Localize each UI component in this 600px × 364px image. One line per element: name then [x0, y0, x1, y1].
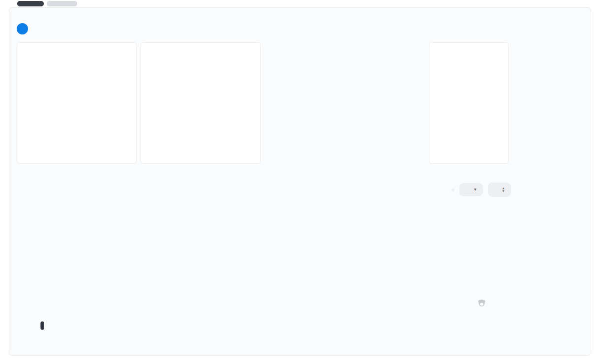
chart-plot[interactable]	[44, 205, 485, 301]
trending-card	[429, 42, 509, 164]
stats-cards-row	[17, 42, 511, 164]
interval-select[interactable]: ▲▼	[488, 182, 511, 197]
rekt-column-2	[345, 42, 425, 164]
price-axis	[485, 205, 509, 301]
weighting-toggle	[451, 188, 454, 191]
browser-remnant-gray-pill	[47, 1, 77, 6]
symbol-select[interactable]: ▼	[459, 183, 483, 196]
x-axis	[44, 301, 485, 309]
stepper-icons: ▲▼	[502, 187, 505, 192]
chart-header: ▼ ▲▼	[17, 182, 511, 197]
filecoin-icon	[17, 23, 28, 34]
chevron-down-icon: ▼	[473, 187, 477, 192]
page-panel: ▼ ▲▼	[9, 7, 591, 356]
range-navigator[interactable]	[42, 316, 485, 335]
funding-rate-axis	[17, 205, 44, 301]
navigator-right-handle[interactable]	[41, 322, 44, 330]
main-chart-area	[17, 205, 511, 301]
rekt-column-1	[265, 42, 341, 164]
longshort-ratio-card	[141, 42, 261, 164]
browser-remnant-dark-pill	[17, 1, 44, 6]
volume-stats-card	[17, 42, 137, 164]
app-header	[17, 21, 511, 36]
